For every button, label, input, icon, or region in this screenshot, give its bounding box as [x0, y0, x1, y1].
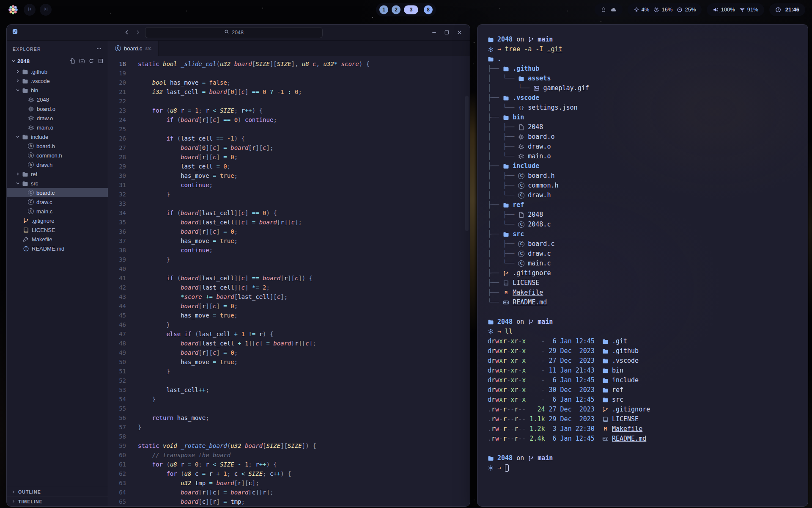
project-root-row[interactable]: 2048 [7, 56, 108, 66]
sidebar-item-board.o[interactable]: board.o [7, 104, 108, 113]
line-number-35: 35 [108, 218, 126, 227]
prompt-separator: on [513, 317, 528, 327]
search-input[interactable]: 2048 [145, 27, 323, 38]
collapse-all-icon[interactable] [98, 58, 104, 64]
line-number-53: 53 [108, 385, 126, 395]
weather-widget[interactable] [595, 3, 623, 16]
audio-network-widget[interactable]: 100%91% [707, 3, 764, 16]
chip-icon [28, 124, 34, 131]
workspace-2[interactable]: 2 [392, 5, 401, 14]
line-number-21: 21 [108, 87, 126, 97]
sidebar-item-main.o[interactable]: main.o [7, 123, 108, 132]
close-icon[interactable] [454, 27, 465, 38]
new-file-icon[interactable] [70, 58, 76, 64]
editor-body: EXPLORER 2048 .github.vscodebin2048board… [7, 41, 470, 506]
tree-prefix: │ ├── [488, 210, 518, 220]
sidebar-item-draw.o[interactable]: draw.o [7, 113, 108, 123]
file-size: - [529, 385, 545, 395]
sidebar-item-Makefile[interactable]: Makefile [7, 235, 108, 244]
prompt-git-branch: main [538, 453, 553, 463]
sidebar-item-label: draw.h [36, 162, 52, 168]
terminal-tree-row: ├── include [488, 161, 798, 171]
search-icon [224, 29, 229, 36]
tree-entry-name: 2048 [528, 210, 543, 220]
c-circle-icon: C [518, 221, 524, 228]
minimize-icon[interactable] [428, 27, 439, 38]
folder-icon [602, 387, 609, 393]
code-editor[interactable]: 1819202122232425262728293031323334353637… [108, 56, 470, 506]
sidebar-item-src[interactable]: src [7, 179, 108, 188]
media-next-button[interactable] [40, 4, 52, 16]
prompt-arrow: → [497, 463, 505, 473]
refresh-icon[interactable] [88, 58, 94, 64]
code-line-54: } [138, 395, 470, 404]
terminal-tree-row: │ ├── 2048 [488, 210, 798, 220]
tree-entry-name: board.h [528, 171, 554, 181]
editor-titlebar[interactable]: 2048 [7, 25, 470, 41]
maximize-icon[interactable] [441, 27, 452, 38]
sidebar-item-.vscode[interactable]: .vscode [7, 76, 108, 86]
explorer-tree: .github.vscodebin2048board.odraw.omain.o… [7, 67, 108, 253]
chip-icon [518, 153, 524, 160]
sidebar-item-README.md[interactable]: README.md [7, 244, 108, 253]
sidebar-item-LICENSE[interactable]: LICENSE [7, 225, 108, 235]
system-stats-widget[interactable]: 4%16%25% [628, 3, 702, 16]
terminal-tree-row: │ ├── Cboard.h [488, 171, 798, 181]
workspace-3[interactable]: 3 [404, 5, 418, 14]
m-letter-icon: M [503, 288, 509, 298]
tree-prefix: ├── [488, 200, 503, 210]
clock-widget[interactable]: 21:46 [769, 3, 805, 16]
sidebar-item-board.c[interactable]: Cboard.c [7, 188, 108, 197]
terminal-command: → tree -a -I .git [488, 44, 798, 54]
terminal-window[interactable]: 2048 on main→ tree -a -I .git.├── .githu… [477, 24, 808, 507]
prompt-directory: 2048 [497, 453, 513, 463]
file-date: 6 Jan 12:45 [545, 337, 602, 346]
workspace-1[interactable]: 1 [379, 5, 388, 14]
media-prev-button[interactable] [24, 4, 36, 16]
code-line-28: board[r][c] = 0; [138, 152, 470, 162]
h-circle-icon: h [28, 162, 34, 168]
code-line-34: if (board[last_cell][c] == 0) { [138, 208, 470, 218]
file-permissions: .rw-r--r-- [488, 424, 526, 434]
chip-icon [518, 134, 524, 140]
launcher-icon[interactable] [7, 3, 19, 16]
sidebar-item-bin[interactable]: bin [7, 86, 108, 95]
tab-board.c[interactable]: C board.c src [108, 41, 159, 56]
editor-actions [464, 41, 470, 56]
timeline-section[interactable]: TIMELINE [7, 497, 108, 506]
code-line-60: // transpose the board [138, 450, 470, 460]
editor-scrollbar[interactable] [465, 96, 469, 231]
sidebar-item-main.c[interactable]: Cmain.c [7, 207, 108, 216]
tree-prefix: │ └── [488, 220, 518, 229]
sidebar-item-.gitignore[interactable]: .gitignore [7, 216, 108, 225]
sidebar-item-draw.h[interactable]: hdraw.h [7, 160, 108, 169]
file-date: 6 Jan 12:45 [545, 375, 602, 385]
sidebar-item-2048[interactable]: 2048 [7, 95, 108, 104]
workspace-switcher: 1238 [376, 3, 436, 16]
sidebar-item-label: board.c [36, 190, 55, 196]
new-folder-icon[interactable] [79, 58, 85, 64]
git-icon [503, 270, 509, 276]
line-number-29: 29 [108, 162, 126, 171]
sidebar-item-include[interactable]: include [7, 132, 108, 141]
outline-section[interactable]: OUTLINE [7, 487, 108, 497]
prompt-separator: on [513, 35, 528, 44]
nav-forward-icon[interactable] [134, 29, 141, 36]
terminal-ll-row: drwxr-xr-x - 6 Jan 12:45 include [488, 375, 798, 385]
sidebar-item-common.h[interactable]: hcommon.h [7, 151, 108, 160]
markdown-icon [503, 299, 509, 306]
terminal-ll-row: drwxr-xr-x - 11 Jan 21:43 bin [488, 366, 798, 375]
terminal-tree-row: │ └── gameplay.gif [488, 83, 798, 93]
sidebar-item-draw.c[interactable]: Cdraw.c [7, 197, 108, 207]
explorer-more-icon[interactable] [96, 46, 102, 52]
sidebar-item-.github[interactable]: .github [7, 67, 108, 76]
sidebar-item-board.h[interactable]: hboard.h [7, 141, 108, 151]
folder-icon [602, 348, 609, 354]
line-number-40: 40 [108, 264, 126, 273]
sidebar-item-ref[interactable]: ref [7, 169, 108, 179]
tree-prefix: ├── [488, 93, 503, 103]
folder-icon [602, 358, 609, 364]
image-icon [533, 85, 540, 91]
workspace-8[interactable]: 8 [424, 5, 433, 14]
nav-back-icon[interactable] [124, 29, 130, 36]
